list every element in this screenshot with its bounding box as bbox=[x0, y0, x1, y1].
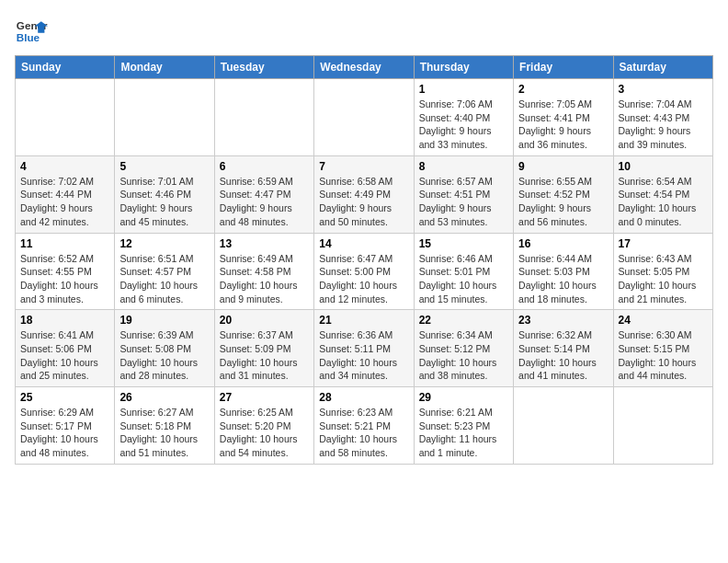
week-row-4: 18Sunrise: 6:41 AMSunset: 5:06 PMDayligh… bbox=[16, 310, 713, 387]
day-number: 11 bbox=[20, 237, 109, 250]
day-number: 26 bbox=[119, 391, 209, 404]
day-number: 19 bbox=[119, 314, 209, 327]
day-number: 18 bbox=[20, 314, 109, 327]
day-cell-26: 26Sunrise: 6:27 AMSunset: 5:18 PMDayligh… bbox=[115, 387, 214, 465]
day-info: Sunrise: 6:27 AMSunset: 5:18 PMDaylight:… bbox=[119, 406, 209, 460]
day-info: Sunrise: 6:47 AMSunset: 5:00 PMDaylight:… bbox=[319, 252, 408, 306]
day-number: 22 bbox=[419, 314, 508, 327]
logo-icon: General Blue bbox=[15, 15, 48, 48]
day-number: 14 bbox=[319, 237, 408, 250]
weekday-header-monday: Monday bbox=[115, 56, 214, 79]
day-cell-23: 23Sunrise: 6:32 AMSunset: 5:14 PMDayligh… bbox=[514, 310, 613, 387]
day-cell-5: 5Sunrise: 7:01 AMSunset: 4:46 PMDaylight… bbox=[115, 155, 214, 233]
day-cell-6: 6Sunrise: 6:59 AMSunset: 4:47 PMDaylight… bbox=[214, 155, 313, 233]
week-row-3: 11Sunrise: 6:52 AMSunset: 4:55 PMDayligh… bbox=[16, 233, 713, 310]
day-cell-24: 24Sunrise: 6:30 AMSunset: 5:15 PMDayligh… bbox=[613, 310, 712, 387]
empty-cell bbox=[115, 79, 214, 156]
day-info: Sunrise: 6:52 AMSunset: 4:55 PMDaylight:… bbox=[20, 252, 109, 306]
day-number: 23 bbox=[518, 314, 608, 327]
weekday-header-row: SundayMondayTuesdayWednesdayThursdayFrid… bbox=[16, 56, 713, 79]
day-info: Sunrise: 6:34 AMSunset: 5:12 PMDaylight:… bbox=[419, 328, 508, 383]
day-number: 8 bbox=[419, 160, 508, 173]
day-number: 3 bbox=[619, 83, 708, 96]
day-number: 27 bbox=[220, 391, 309, 404]
day-number: 6 bbox=[220, 160, 309, 173]
day-number: 2 bbox=[518, 83, 608, 96]
day-cell-3: 3Sunrise: 7:04 AMSunset: 4:43 PMDaylight… bbox=[613, 79, 712, 156]
day-info: Sunrise: 7:02 AMSunset: 4:44 PMDaylight:… bbox=[20, 175, 109, 229]
day-cell-12: 12Sunrise: 6:51 AMSunset: 4:57 PMDayligh… bbox=[115, 233, 214, 310]
day-info: Sunrise: 6:55 AMSunset: 4:52 PMDaylight:… bbox=[518, 175, 608, 229]
day-info: Sunrise: 6:25 AMSunset: 5:20 PMDaylight:… bbox=[220, 406, 309, 460]
day-number: 7 bbox=[319, 160, 408, 173]
weekday-header-thursday: Thursday bbox=[414, 56, 513, 79]
day-cell-16: 16Sunrise: 6:44 AMSunset: 5:03 PMDayligh… bbox=[514, 233, 613, 310]
day-cell-8: 8Sunrise: 6:57 AMSunset: 4:51 PMDaylight… bbox=[414, 155, 513, 233]
day-cell-22: 22Sunrise: 6:34 AMSunset: 5:12 PMDayligh… bbox=[414, 310, 513, 387]
empty-cell bbox=[314, 79, 414, 156]
day-cell-25: 25Sunrise: 6:29 AMSunset: 5:17 PMDayligh… bbox=[16, 387, 115, 465]
day-cell-7: 7Sunrise: 6:58 AMSunset: 4:49 PMDaylight… bbox=[314, 155, 414, 233]
week-row-5: 25Sunrise: 6:29 AMSunset: 5:17 PMDayligh… bbox=[16, 387, 713, 465]
svg-text:Blue: Blue bbox=[17, 31, 40, 43]
day-cell-14: 14Sunrise: 6:47 AMSunset: 5:00 PMDayligh… bbox=[314, 233, 414, 310]
day-info: Sunrise: 6:41 AMSunset: 5:06 PMDaylight:… bbox=[20, 328, 109, 383]
day-info: Sunrise: 6:51 AMSunset: 4:57 PMDaylight:… bbox=[119, 252, 209, 306]
day-number: 24 bbox=[619, 314, 708, 327]
day-info: Sunrise: 6:43 AMSunset: 5:05 PMDaylight:… bbox=[619, 252, 708, 306]
day-info: Sunrise: 6:54 AMSunset: 4:54 PMDaylight:… bbox=[619, 175, 708, 229]
day-info: Sunrise: 6:36 AMSunset: 5:11 PMDaylight:… bbox=[319, 328, 408, 383]
day-number: 17 bbox=[619, 237, 708, 250]
day-number: 29 bbox=[419, 391, 508, 404]
day-info: Sunrise: 6:58 AMSunset: 4:49 PMDaylight:… bbox=[319, 175, 408, 229]
day-info: Sunrise: 6:49 AMSunset: 4:58 PMDaylight:… bbox=[220, 252, 309, 306]
weekday-header-saturday: Saturday bbox=[613, 56, 712, 79]
day-number: 10 bbox=[619, 160, 708, 173]
day-cell-21: 21Sunrise: 6:36 AMSunset: 5:11 PMDayligh… bbox=[314, 310, 414, 387]
logo: General Blue bbox=[15, 15, 48, 48]
day-cell-9: 9Sunrise: 6:55 AMSunset: 4:52 PMDaylight… bbox=[514, 155, 613, 233]
weekday-header-friday: Friday bbox=[514, 56, 613, 79]
day-number: 4 bbox=[20, 160, 109, 173]
day-info: Sunrise: 6:30 AMSunset: 5:15 PMDaylight:… bbox=[619, 328, 708, 383]
day-cell-18: 18Sunrise: 6:41 AMSunset: 5:06 PMDayligh… bbox=[16, 310, 115, 387]
day-info: Sunrise: 6:37 AMSunset: 5:09 PMDaylight:… bbox=[220, 328, 309, 383]
day-cell-29: 29Sunrise: 6:21 AMSunset: 5:23 PMDayligh… bbox=[414, 387, 513, 465]
empty-cell bbox=[214, 79, 313, 156]
day-cell-20: 20Sunrise: 6:37 AMSunset: 5:09 PMDayligh… bbox=[214, 310, 313, 387]
day-number: 1 bbox=[419, 83, 508, 96]
day-cell-17: 17Sunrise: 6:43 AMSunset: 5:05 PMDayligh… bbox=[613, 233, 712, 310]
day-number: 20 bbox=[220, 314, 309, 327]
empty-cell bbox=[613, 387, 712, 465]
day-cell-28: 28Sunrise: 6:23 AMSunset: 5:21 PMDayligh… bbox=[314, 387, 414, 465]
day-number: 16 bbox=[518, 237, 608, 250]
day-info: Sunrise: 7:01 AMSunset: 4:46 PMDaylight:… bbox=[119, 175, 209, 229]
day-info: Sunrise: 6:32 AMSunset: 5:14 PMDaylight:… bbox=[518, 328, 608, 383]
day-cell-1: 1Sunrise: 7:06 AMSunset: 4:40 PMDaylight… bbox=[414, 79, 513, 156]
week-row-2: 4Sunrise: 7:02 AMSunset: 4:44 PMDaylight… bbox=[16, 155, 713, 233]
day-info: Sunrise: 7:04 AMSunset: 4:43 PMDaylight:… bbox=[619, 98, 708, 152]
day-cell-15: 15Sunrise: 6:46 AMSunset: 5:01 PMDayligh… bbox=[414, 233, 513, 310]
day-info: Sunrise: 6:57 AMSunset: 4:51 PMDaylight:… bbox=[419, 175, 508, 229]
day-number: 9 bbox=[518, 160, 608, 173]
day-info: Sunrise: 6:29 AMSunset: 5:17 PMDaylight:… bbox=[20, 406, 109, 460]
day-info: Sunrise: 7:05 AMSunset: 4:41 PMDaylight:… bbox=[518, 98, 608, 152]
day-number: 5 bbox=[119, 160, 209, 173]
empty-cell bbox=[16, 79, 115, 156]
day-number: 25 bbox=[20, 391, 109, 404]
weekday-header-tuesday: Tuesday bbox=[214, 56, 313, 79]
weekday-header-wednesday: Wednesday bbox=[314, 56, 414, 79]
day-info: Sunrise: 6:46 AMSunset: 5:01 PMDaylight:… bbox=[419, 252, 508, 306]
day-number: 13 bbox=[220, 237, 309, 250]
day-cell-11: 11Sunrise: 6:52 AMSunset: 4:55 PMDayligh… bbox=[16, 233, 115, 310]
day-info: Sunrise: 6:59 AMSunset: 4:47 PMDaylight:… bbox=[220, 175, 309, 229]
day-cell-10: 10Sunrise: 6:54 AMSunset: 4:54 PMDayligh… bbox=[613, 155, 712, 233]
day-info: Sunrise: 6:39 AMSunset: 5:08 PMDaylight:… bbox=[119, 328, 209, 383]
day-number: 15 bbox=[419, 237, 508, 250]
week-row-1: 1Sunrise: 7:06 AMSunset: 4:40 PMDaylight… bbox=[16, 79, 713, 156]
day-info: Sunrise: 6:23 AMSunset: 5:21 PMDaylight:… bbox=[319, 406, 408, 460]
day-cell-4: 4Sunrise: 7:02 AMSunset: 4:44 PMDaylight… bbox=[16, 155, 115, 233]
page-header: General Blue bbox=[15, 15, 713, 48]
empty-cell bbox=[514, 387, 613, 465]
day-cell-2: 2Sunrise: 7:05 AMSunset: 4:41 PMDaylight… bbox=[514, 79, 613, 156]
